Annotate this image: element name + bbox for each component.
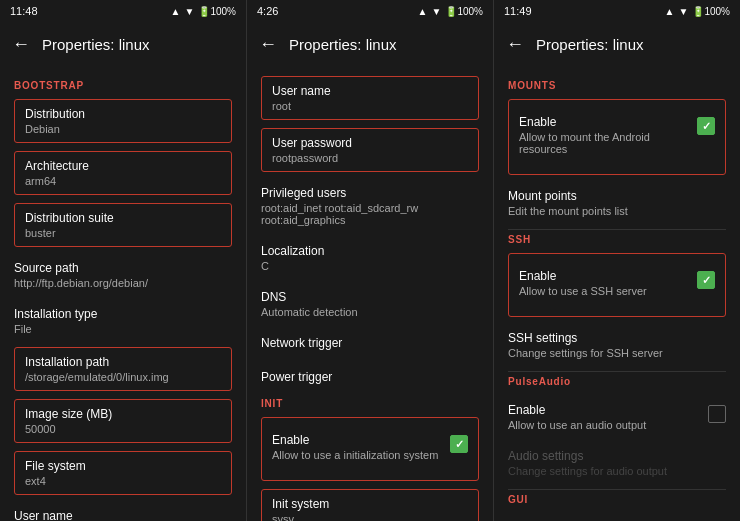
pulse-enable-sublabel: Allow to use an audio output	[508, 419, 708, 431]
status-time-3: 11:49	[504, 5, 532, 17]
status-icons-3: ▲ ▼ 🔋100%	[665, 6, 730, 17]
panel-content-1: BOOTSTRAP Distribution Debian Architectu…	[0, 66, 246, 521]
init-enable-label: Enable	[272, 433, 450, 447]
field-username-2[interactable]: User name root	[261, 76, 479, 120]
field-priv-users[interactable]: Privileged users root:aid_inet root:aid_…	[261, 180, 479, 232]
field-distribution[interactable]: Distribution Debian	[14, 99, 232, 143]
field-install-type-label: Installation type	[14, 307, 232, 321]
mounts-enable-label: Enable	[519, 115, 697, 129]
field-distro-suite-label: Distribution suite	[25, 211, 221, 225]
mounts-enable-checkbox[interactable]	[697, 117, 715, 135]
field-username-2-value: root	[272, 100, 468, 112]
field-image-size[interactable]: Image size (MB) 50000	[14, 399, 232, 443]
status-bar-1: 11:48 ▲ ▼ 🔋100%	[0, 0, 246, 22]
signal-icon-1: ▲	[171, 6, 181, 17]
field-username-1[interactable]: User name root	[14, 503, 232, 521]
field-mount-points-sub: Edit the mount points list	[508, 205, 726, 217]
field-filesystem-label: File system	[25, 459, 221, 473]
field-localization-value: C	[261, 260, 479, 272]
signal-icon-3: ▲	[665, 6, 675, 17]
pulse-enable-checkbox[interactable]	[708, 405, 726, 423]
pulse-enable-label: Enable	[508, 403, 708, 417]
init-enable-checkbox[interactable]	[450, 435, 468, 453]
panel-content-2: User name root User password rootpasswor…	[247, 66, 493, 521]
field-localization-label: Localization	[261, 244, 479, 258]
battery-icon-1: 🔋100%	[198, 6, 236, 17]
init-enable-sublabel: Allow to use a initialization system	[272, 449, 450, 461]
mounts-enable-text: Enable Allow to mount the Android resour…	[519, 115, 697, 155]
field-install-type[interactable]: Installation type File	[14, 301, 232, 341]
pulse-enable-row[interactable]: Enable Allow to use an audio output	[508, 395, 726, 439]
field-localization[interactable]: Localization C	[261, 238, 479, 278]
back-button-2[interactable]: ←	[259, 34, 277, 55]
field-ssh-settings-label: SSH settings	[508, 331, 726, 345]
field-install-path[interactable]: Installation path /storage/emulated/0/li…	[14, 347, 232, 391]
init-enable-row: Enable Allow to use a initialization sys…	[272, 425, 468, 469]
field-install-type-value: File	[14, 323, 232, 335]
field-distro-suite[interactable]: Distribution suite buster	[14, 203, 232, 247]
status-time-2: 4:26	[257, 5, 278, 17]
field-password-label: User password	[272, 136, 468, 150]
field-dns[interactable]: DNS Automatic detection	[261, 284, 479, 324]
back-button-3[interactable]: ←	[506, 34, 524, 55]
field-image-size-label: Image size (MB)	[25, 407, 221, 421]
field-filesystem-value: ext4	[25, 475, 221, 487]
field-ssh-settings-sub: Change settings for SSH server	[508, 347, 726, 359]
field-distribution-value: Debian	[25, 123, 221, 135]
ssh-enable-label: Enable	[519, 269, 697, 283]
ssh-enable-checkbox[interactable]	[697, 271, 715, 289]
field-network-trigger[interactable]: Network trigger	[261, 330, 479, 358]
ssh-enable-sublabel: Allow to use a SSH server	[519, 285, 697, 297]
section-mounts: MOUNTS	[508, 80, 726, 91]
field-audio-settings-label: Audio settings	[508, 449, 726, 463]
field-source-path-label: Source path	[14, 261, 232, 275]
battery-icon-3: 🔋100%	[692, 6, 730, 17]
field-ssh-enable[interactable]: Enable Allow to use a SSH server	[508, 253, 726, 317]
divider-ssh	[508, 229, 726, 230]
top-bar-2: ← Properties: linux	[247, 22, 493, 66]
field-source-path-value: http://ftp.debian.org/debian/	[14, 277, 232, 289]
field-install-path-value: /storage/emulated/0/linux.img	[25, 371, 221, 383]
battery-icon-2: 🔋100%	[445, 6, 483, 17]
page-title-2: Properties: linux	[289, 36, 397, 53]
field-priv-users-label: Privileged users	[261, 186, 479, 200]
page-title-1: Properties: linux	[42, 36, 150, 53]
status-icons-2: ▲ ▼ 🔋100%	[418, 6, 483, 17]
field-install-path-label: Installation path	[25, 355, 221, 369]
field-password[interactable]: User password rootpassword	[261, 128, 479, 172]
field-filesystem[interactable]: File system ext4	[14, 451, 232, 495]
page-title-3: Properties: linux	[536, 36, 644, 53]
ssh-enable-row: Enable Allow to use a SSH server	[519, 261, 715, 305]
field-distribution-label: Distribution	[25, 107, 221, 121]
field-architecture-value: arm64	[25, 175, 221, 187]
field-distro-suite-value: buster	[25, 227, 221, 239]
field-mount-points[interactable]: Mount points Edit the mount points list	[508, 183, 726, 223]
section-init: INIT	[261, 398, 479, 409]
field-ssh-settings[interactable]: SSH settings Change settings for SSH ser…	[508, 325, 726, 365]
pulse-enable-text: Enable Allow to use an audio output	[508, 403, 708, 431]
status-time-1: 11:48	[10, 5, 38, 17]
section-ssh: SSH	[508, 234, 726, 245]
gui-enable-row[interactable]: Enable Allow to use a graphical environm…	[508, 513, 726, 521]
field-audio-settings-sub: Change settings for audio output	[508, 465, 726, 477]
field-source-path[interactable]: Source path http://ftp.debian.org/debian…	[14, 255, 232, 295]
field-image-size-value: 50000	[25, 423, 221, 435]
panel-2: 4:26 ▲ ▼ 🔋100% ← Properties: linux User …	[247, 0, 494, 521]
status-bar-2: 4:26 ▲ ▼ 🔋100%	[247, 0, 493, 22]
wifi-icon-3: ▼	[679, 6, 689, 17]
status-icons-1: ▲ ▼ 🔋100%	[171, 6, 236, 17]
field-mounts-enable[interactable]: Enable Allow to mount the Android resour…	[508, 99, 726, 175]
wifi-icon-1: ▼	[185, 6, 195, 17]
init-enable-text: Enable Allow to use a initialization sys…	[272, 433, 450, 461]
field-architecture[interactable]: Architecture arm64	[14, 151, 232, 195]
field-architecture-label: Architecture	[25, 159, 221, 173]
section-bootstrap: BOOTSTRAP	[14, 80, 232, 91]
field-power-trigger[interactable]: Power trigger	[261, 364, 479, 392]
field-network-trigger-label: Network trigger	[261, 336, 479, 350]
field-init-enable[interactable]: Enable Allow to use a initialization sys…	[261, 417, 479, 481]
back-button-1[interactable]: ←	[12, 34, 30, 55]
field-init-system[interactable]: Init system sysv	[261, 489, 479, 521]
panel-1: 11:48 ▲ ▼ 🔋100% ← Properties: linux BOOT…	[0, 0, 247, 521]
field-dns-value: Automatic detection	[261, 306, 479, 318]
signal-icon-2: ▲	[418, 6, 428, 17]
